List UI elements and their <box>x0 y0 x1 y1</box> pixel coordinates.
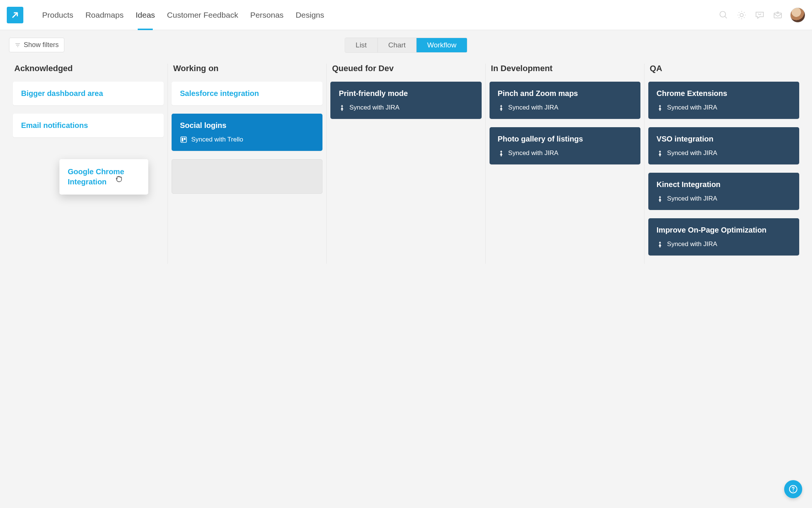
jira-icon <box>657 104 663 111</box>
nav-ideas[interactable]: Ideas <box>129 0 161 30</box>
sync-label: Synced with Trello <box>191 136 243 143</box>
jira-icon <box>498 104 505 111</box>
card[interactable]: Social logins Synced with Trello <box>172 114 322 151</box>
help-icon <box>789 485 798 494</box>
filters-label: Show filters <box>24 41 59 49</box>
idea-icon[interactable] <box>736 9 747 21</box>
sync-label: Synced with JIRA <box>667 149 717 157</box>
card-sync: Synced with JIRA <box>498 104 632 111</box>
view-tab-workflow[interactable]: Workflow <box>416 38 467 52</box>
card-title: Chrome Extensions <box>657 89 791 98</box>
sync-label: Synced with JIRA <box>667 240 717 248</box>
view-tabs: List Chart Workflow <box>345 38 467 53</box>
trello-icon <box>180 136 187 143</box>
column-in-development: In Development Pinch and Zoom maps Synce… <box>486 64 645 264</box>
column-title: Queued for Dev <box>330 64 481 73</box>
jira-icon <box>498 150 505 157</box>
jira-icon <box>339 104 345 111</box>
card-sync: Synced with JIRA <box>498 149 632 157</box>
view-tab-list[interactable]: List <box>345 38 377 52</box>
view-tab-label: Chart <box>388 41 406 49</box>
card-title: Kinect Integration <box>657 180 791 189</box>
column-working-on: Working on Salesforce integration Social… <box>168 64 327 264</box>
sync-label: Synced with JIRA <box>508 104 558 111</box>
card-title: Google Chrome Integration <box>68 167 140 187</box>
column-title: Working on <box>172 64 322 73</box>
help-button[interactable] <box>784 480 802 498</box>
svg-rect-6 <box>184 138 186 140</box>
nav-label: Ideas <box>135 11 155 20</box>
view-tab-label: Workflow <box>427 41 456 49</box>
card[interactable]: Chrome Extensions Synced with JIRA <box>648 82 799 119</box>
card-sync: Synced with JIRA <box>657 240 791 248</box>
arrow-up-right-icon <box>11 11 20 20</box>
workflow-board: Acknowledged Bigger dashboard area Email… <box>0 56 812 279</box>
search-icon[interactable] <box>718 9 729 21</box>
svg-point-1 <box>740 13 744 17</box>
svg-point-0 <box>720 11 725 17</box>
sync-label: Synced with JIRA <box>667 195 717 202</box>
card[interactable]: Improve On-Page Optimization Synced with… <box>648 218 799 256</box>
nav-label: Personas <box>250 11 284 20</box>
card-title: Bigger dashboard area <box>21 89 155 98</box>
column-title: In Development <box>490 64 640 73</box>
nav-roadmaps[interactable]: Roadmaps <box>79 0 130 30</box>
toolbar: Show filters List Chart Workflow <box>0 30 812 56</box>
show-filters-button[interactable]: Show filters <box>9 38 64 52</box>
card-sync: Synced with JIRA <box>657 195 791 202</box>
card[interactable]: Print-friendly mode Synced with JIRA <box>330 82 481 119</box>
svg-rect-5 <box>182 138 183 141</box>
card-title: Salesforce integration <box>180 89 314 98</box>
card-title: Social logins <box>180 121 314 130</box>
sync-label: Synced with JIRA <box>349 104 399 111</box>
jira-icon <box>657 150 663 157</box>
svg-rect-4 <box>181 137 187 143</box>
view-tab-chart[interactable]: Chart <box>377 38 416 52</box>
view-tab-label: List <box>356 41 367 49</box>
card[interactable]: Email notifications <box>13 114 164 137</box>
column-queued-for-dev: Queued for Dev Print-friendly mode Synce… <box>327 64 485 264</box>
dragging-card[interactable]: Google Chrome Integration <box>59 159 148 195</box>
column-title: Acknowledged <box>13 64 164 73</box>
nav-personas[interactable]: Personas <box>244 0 290 30</box>
card[interactable]: Kinect Integration Synced with JIRA <box>648 173 799 210</box>
card[interactable]: Salesforce integration <box>172 82 322 105</box>
card[interactable]: Pinch and Zoom maps Synced with JIRA <box>490 82 640 119</box>
nav-customer-feedback[interactable]: Customer Feedback <box>161 0 244 30</box>
jira-icon <box>657 241 663 248</box>
avatar[interactable] <box>790 8 805 23</box>
nav-products[interactable]: Products <box>36 0 79 30</box>
card-sync: Synced with JIRA <box>657 104 791 111</box>
card-title: Improve On-Page Optimization <box>657 226 791 234</box>
sync-label: Synced with JIRA <box>508 149 558 157</box>
nav-label: Roadmaps <box>85 11 124 20</box>
card-sync: Synced with Trello <box>180 136 314 143</box>
drop-placeholder <box>172 159 322 194</box>
column-title: QA <box>648 64 799 73</box>
nav-designs[interactable]: Designs <box>290 0 330 30</box>
card-sync: Synced with JIRA <box>339 104 473 111</box>
card-title: Photo gallery of listings <box>498 135 632 143</box>
app-logo[interactable] <box>7 7 23 23</box>
inbox-icon[interactable] <box>772 9 783 21</box>
card[interactable]: Bigger dashboard area <box>13 82 164 105</box>
card-title: Email notifications <box>21 121 155 130</box>
nav-right <box>718 8 805 23</box>
column-acknowledged: Acknowledged Bigger dashboard area Email… <box>9 64 168 264</box>
sync-label: Synced with JIRA <box>667 104 717 111</box>
card[interactable]: Photo gallery of listings Synced with JI… <box>490 127 640 164</box>
nav-label: Designs <box>296 11 324 20</box>
nav-items: Products Roadmaps Ideas Customer Feedbac… <box>36 0 330 30</box>
jira-icon <box>657 195 663 202</box>
filter-icon <box>15 42 21 48</box>
svg-point-8 <box>793 491 794 491</box>
column-qa: QA Chrome Extensions Synced with JIRA VS… <box>645 64 803 264</box>
top-nav: Products Roadmaps Ideas Customer Feedbac… <box>0 0 812 30</box>
card[interactable]: VSO integration Synced with JIRA <box>648 127 799 164</box>
nav-label: Products <box>42 11 73 20</box>
card-title: Print-friendly mode <box>339 89 473 98</box>
card-title: VSO integration <box>657 135 791 143</box>
feedback-icon[interactable] <box>754 9 765 21</box>
card-title: Pinch and Zoom maps <box>498 89 632 98</box>
svg-point-3 <box>777 12 779 13</box>
